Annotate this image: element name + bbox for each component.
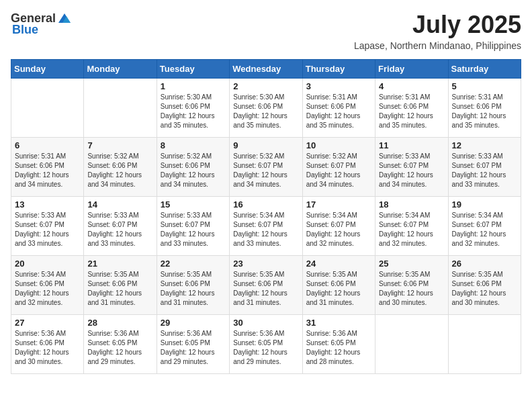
day-number: 12 [452, 140, 517, 150]
calendar-cell: 12Sunrise: 5:33 AM Sunset: 6:07 PM Dayli… [448, 138, 521, 197]
day-info: Sunrise: 5:33 AM Sunset: 6:07 PM Dayligh… [161, 211, 226, 248]
calendar-cell: 29Sunrise: 5:36 AM Sunset: 6:05 PM Dayli… [157, 315, 229, 374]
calendar-cell: 26Sunrise: 5:35 AM Sunset: 6:06 PM Dayli… [448, 256, 521, 315]
day-number: 15 [161, 199, 226, 210]
day-info: Sunrise: 5:35 AM Sunset: 6:06 PM Dayligh… [233, 270, 298, 308]
calendar-cell: 1Sunrise: 5:30 AM Sunset: 6:06 PM Daylig… [157, 79, 229, 138]
day-info: Sunrise: 5:34 AM Sunset: 6:07 PM Dayligh… [379, 211, 444, 248]
day-number: 30 [233, 318, 298, 328]
day-number: 24 [306, 259, 371, 269]
day-info: Sunrise: 5:36 AM Sunset: 6:06 PM Dayligh… [15, 329, 80, 367]
calendar-cell [448, 315, 521, 374]
day-number: 28 [87, 318, 152, 328]
day-number: 3 [306, 81, 371, 91]
calendar-cell [11, 79, 84, 138]
day-info: Sunrise: 5:32 AM Sunset: 6:06 PM Dayligh… [161, 152, 226, 189]
calendar-cell: 14Sunrise: 5:33 AM Sunset: 6:07 PM Dayli… [84, 197, 157, 256]
day-info: Sunrise: 5:35 AM Sunset: 6:06 PM Dayligh… [87, 270, 152, 308]
day-info: Sunrise: 5:30 AM Sunset: 6:06 PM Dayligh… [233, 93, 298, 130]
day-number: 29 [161, 318, 226, 328]
day-info: Sunrise: 5:31 AM Sunset: 6:06 PM Dayligh… [15, 152, 80, 189]
calendar-cell: 2Sunrise: 5:30 AM Sunset: 6:06 PM Daylig… [230, 79, 302, 138]
logo: General Blue [11, 11, 72, 37]
day-info: Sunrise: 5:35 AM Sunset: 6:06 PM Dayligh… [161, 270, 226, 308]
day-info: Sunrise: 5:36 AM Sunset: 6:05 PM Dayligh… [161, 329, 226, 367]
day-number: 17 [306, 199, 371, 210]
calendar-cell: 27Sunrise: 5:36 AM Sunset: 6:06 PM Dayli… [11, 315, 84, 374]
day-number: 10 [306, 140, 371, 150]
calendar-cell: 6Sunrise: 5:31 AM Sunset: 6:06 PM Daylig… [11, 138, 84, 197]
calendar-subtitle: Lapase, Northern Mindanao, Philippines [354, 40, 521, 51]
day-number: 1 [161, 81, 226, 91]
day-number: 2 [233, 81, 298, 91]
day-header-saturday: Saturday [448, 60, 521, 79]
calendar-cell: 16Sunrise: 5:34 AM Sunset: 6:07 PM Dayli… [230, 197, 302, 256]
logo-icon [57, 11, 72, 26]
day-info: Sunrise: 5:35 AM Sunset: 6:06 PM Dayligh… [452, 270, 517, 308]
day-number: 16 [233, 199, 298, 210]
day-number: 22 [161, 259, 226, 269]
day-info: Sunrise: 5:36 AM Sunset: 6:05 PM Dayligh… [87, 329, 152, 367]
calendar-cell: 25Sunrise: 5:35 AM Sunset: 6:06 PM Dayli… [375, 256, 448, 315]
day-number: 5 [452, 81, 517, 91]
week-row-2: 6Sunrise: 5:31 AM Sunset: 6:06 PM Daylig… [11, 138, 521, 197]
week-row-1: 1Sunrise: 5:30 AM Sunset: 6:06 PM Daylig… [11, 79, 521, 138]
day-header-tuesday: Tuesday [157, 60, 229, 79]
calendar-cell [84, 79, 157, 138]
calendar-table: SundayMondayTuesdayWednesdayThursdayFrid… [11, 59, 521, 374]
calendar-cell: 22Sunrise: 5:35 AM Sunset: 6:06 PM Dayli… [157, 256, 229, 315]
calendar-cell: 4Sunrise: 5:31 AM Sunset: 6:06 PM Daylig… [375, 79, 448, 138]
day-info: Sunrise: 5:33 AM Sunset: 6:07 PM Dayligh… [452, 152, 517, 189]
day-info: Sunrise: 5:34 AM Sunset: 6:06 PM Dayligh… [15, 270, 80, 308]
calendar-cell: 11Sunrise: 5:33 AM Sunset: 6:07 PM Dayli… [375, 138, 448, 197]
day-info: Sunrise: 5:31 AM Sunset: 6:06 PM Dayligh… [379, 93, 444, 130]
calendar-cell [375, 315, 448, 374]
day-header-sunday: Sunday [11, 60, 84, 79]
week-row-3: 13Sunrise: 5:33 AM Sunset: 6:07 PM Dayli… [11, 197, 521, 256]
day-header-monday: Monday [84, 60, 157, 79]
calendar-cell: 24Sunrise: 5:35 AM Sunset: 6:06 PM Dayli… [302, 256, 375, 315]
day-info: Sunrise: 5:34 AM Sunset: 6:07 PM Dayligh… [233, 211, 298, 248]
calendar-cell: 20Sunrise: 5:34 AM Sunset: 6:06 PM Dayli… [11, 256, 84, 315]
day-number: 31 [306, 318, 371, 328]
calendar-title: July 2025 [354, 11, 521, 39]
day-info: Sunrise: 5:33 AM Sunset: 6:07 PM Dayligh… [87, 211, 152, 248]
day-header-wednesday: Wednesday [230, 60, 302, 79]
day-info: Sunrise: 5:35 AM Sunset: 6:06 PM Dayligh… [306, 270, 371, 308]
day-number: 18 [379, 199, 444, 210]
day-info: Sunrise: 5:30 AM Sunset: 6:06 PM Dayligh… [161, 93, 226, 130]
day-info: Sunrise: 5:34 AM Sunset: 6:07 PM Dayligh… [306, 211, 371, 248]
day-header-row: SundayMondayTuesdayWednesdayThursdayFrid… [11, 60, 521, 79]
calendar-cell: 10Sunrise: 5:32 AM Sunset: 6:07 PM Dayli… [302, 138, 375, 197]
day-info: Sunrise: 5:32 AM Sunset: 6:07 PM Dayligh… [233, 152, 298, 189]
day-info: Sunrise: 5:31 AM Sunset: 6:06 PM Dayligh… [306, 93, 371, 130]
day-number: 19 [452, 199, 517, 210]
calendar-cell: 18Sunrise: 5:34 AM Sunset: 6:07 PM Dayli… [375, 197, 448, 256]
calendar-cell: 15Sunrise: 5:33 AM Sunset: 6:07 PM Dayli… [157, 197, 229, 256]
page-header: General Blue July 2025 Lapase, Northern … [11, 11, 521, 51]
day-info: Sunrise: 5:33 AM Sunset: 6:07 PM Dayligh… [15, 211, 80, 248]
day-info: Sunrise: 5:32 AM Sunset: 6:07 PM Dayligh… [306, 152, 371, 189]
calendar-cell: 31Sunrise: 5:36 AM Sunset: 6:05 PM Dayli… [302, 315, 375, 374]
day-number: 25 [379, 259, 444, 269]
calendar-cell: 17Sunrise: 5:34 AM Sunset: 6:07 PM Dayli… [302, 197, 375, 256]
day-info: Sunrise: 5:31 AM Sunset: 6:06 PM Dayligh… [452, 93, 517, 130]
day-info: Sunrise: 5:34 AM Sunset: 6:07 PM Dayligh… [452, 211, 517, 248]
calendar-cell: 5Sunrise: 5:31 AM Sunset: 6:06 PM Daylig… [448, 79, 521, 138]
day-number: 13 [15, 199, 80, 210]
calendar-cell: 23Sunrise: 5:35 AM Sunset: 6:06 PM Dayli… [230, 256, 302, 315]
logo-blue: Blue [12, 23, 38, 37]
day-number: 20 [15, 259, 80, 269]
calendar-cell: 8Sunrise: 5:32 AM Sunset: 6:06 PM Daylig… [157, 138, 229, 197]
day-info: Sunrise: 5:36 AM Sunset: 6:05 PM Dayligh… [233, 329, 298, 367]
day-info: Sunrise: 5:33 AM Sunset: 6:07 PM Dayligh… [379, 152, 444, 189]
calendar-cell: 21Sunrise: 5:35 AM Sunset: 6:06 PM Dayli… [84, 256, 157, 315]
day-info: Sunrise: 5:32 AM Sunset: 6:06 PM Dayligh… [87, 152, 152, 189]
title-area: July 2025 Lapase, Northern Mindanao, Phi… [354, 11, 521, 51]
calendar-cell: 19Sunrise: 5:34 AM Sunset: 6:07 PM Dayli… [448, 197, 521, 256]
calendar-cell: 13Sunrise: 5:33 AM Sunset: 6:07 PM Dayli… [11, 197, 84, 256]
day-number: 21 [87, 259, 152, 269]
calendar-cell: 30Sunrise: 5:36 AM Sunset: 6:05 PM Dayli… [230, 315, 302, 374]
calendar-cell: 9Sunrise: 5:32 AM Sunset: 6:07 PM Daylig… [230, 138, 302, 197]
day-header-thursday: Thursday [302, 60, 375, 79]
